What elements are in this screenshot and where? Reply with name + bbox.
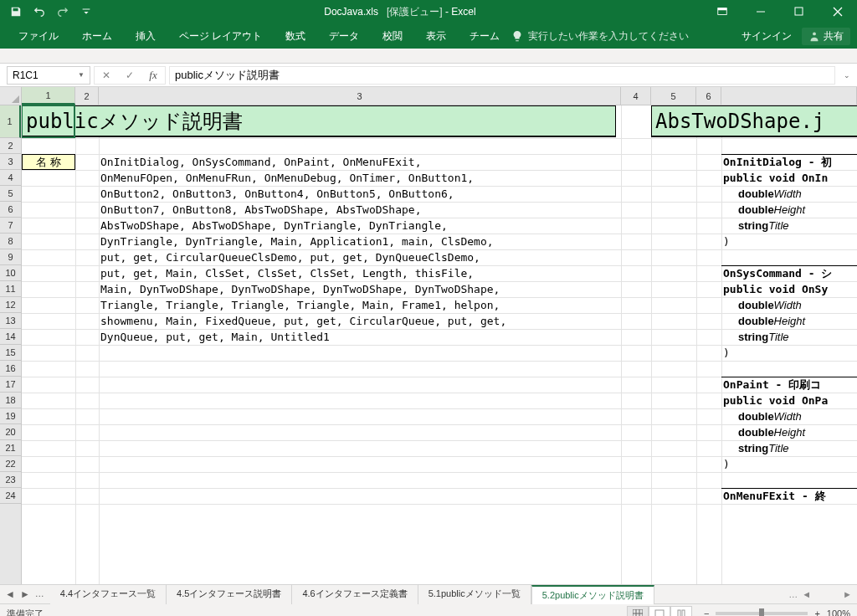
zoom-in-button[interactable]: +: [814, 608, 819, 616]
select-all-button[interactable]: [0, 87, 21, 105]
row-header[interactable]: 12: [0, 297, 21, 313]
cancel-formula-button[interactable]: ✕: [95, 69, 118, 81]
method-header-cell[interactable]: OnInitDialog - 初: [721, 154, 857, 170]
row-header[interactable]: 19: [0, 408, 21, 424]
row-header[interactable]: 1: [0, 105, 21, 138]
row-header[interactable]: 13: [0, 313, 21, 329]
column-header[interactable]: 6: [696, 87, 721, 105]
method-list-cell[interactable]: OnInitDialog, OnSysCommand, OnPaint, OnM…: [99, 154, 634, 170]
method-signature-cell[interactable]: public void OnIn: [721, 170, 857, 186]
row-header[interactable]: 6: [0, 202, 21, 218]
column-header[interactable]: 5: [651, 87, 696, 105]
method-list-cell[interactable]: DynTriangle, DynTriangle, Main, Applicat…: [99, 234, 634, 249]
row-header[interactable]: 10: [0, 265, 21, 281]
tab-insert[interactable]: 挿入: [124, 23, 167, 49]
method-list-cell[interactable]: showmenu, Main, FixedQueue, put, get, Ci…: [99, 313, 634, 329]
row-header[interactable]: 4: [0, 170, 21, 186]
signin-link[interactable]: サインイン: [742, 29, 792, 44]
row-header[interactable]: 23: [0, 472, 21, 488]
method-list-cell[interactable]: OnButton7, OnButton8, AbsTwoDShape, AbsT…: [99, 202, 634, 218]
method-signature-cell[interactable]: public void OnSy: [721, 281, 857, 297]
zoom-thumb[interactable]: [759, 608, 764, 616]
method-param-cell[interactable]: string Title: [721, 440, 857, 456]
maximize-button[interactable]: [780, 0, 819, 23]
tab-team[interactable]: チーム: [458, 23, 511, 49]
name-box[interactable]: R1C1 ▼: [7, 66, 90, 85]
tab-data[interactable]: データ: [317, 23, 371, 49]
undo-button[interactable]: [28, 1, 50, 23]
method-header-cell[interactable]: OnMenuFExit - 終: [721, 488, 857, 504]
cells-area[interactable]: 123456 publicメソッド説明書 AbsTwoDShape.j 名 称 …: [22, 87, 857, 584]
page-break-view-button[interactable]: [670, 606, 692, 616]
method-list-cell[interactable]: put, get, CircularQueueClsDemo, put, get…: [99, 249, 634, 265]
sheet-more-button[interactable]: …: [35, 588, 45, 600]
row-header[interactable]: 14: [0, 329, 21, 345]
zoom-slider[interactable]: [716, 612, 808, 615]
column-header[interactable]: 3: [99, 87, 621, 105]
row-header[interactable]: 22: [0, 456, 21, 472]
expand-formula-button[interactable]: ⌄: [840, 71, 854, 80]
sheet-tab[interactable]: 4.6インタフェース定義書: [292, 585, 418, 604]
method-close-cell[interactable]: ): [721, 345, 857, 361]
page-layout-view-button[interactable]: [649, 606, 670, 616]
row-header[interactable]: 7: [0, 218, 21, 234]
method-close-cell[interactable]: ): [721, 456, 857, 472]
hscroll-right-button[interactable]: ►: [843, 589, 852, 599]
zoom-out-button[interactable]: −: [704, 608, 709, 616]
row-header[interactable]: 17: [0, 377, 21, 393]
row-header[interactable]: 3: [0, 154, 21, 170]
sheet-prev-button[interactable]: ◄: [5, 588, 15, 600]
doc-title-cell[interactable]: publicメソッド説明書: [22, 105, 616, 137]
class-title-cell[interactable]: AbsTwoDShape.j: [651, 105, 857, 137]
share-button[interactable]: 共有: [802, 28, 850, 45]
tab-file[interactable]: ファイル: [7, 23, 70, 49]
tab-home[interactable]: ホーム: [70, 23, 124, 49]
column-header[interactable]: 2: [75, 87, 99, 105]
tab-page-layout[interactable]: ページ レイアウト: [167, 23, 274, 49]
sheet-tab[interactable]: 5.1publicメソッド一覧: [418, 585, 531, 604]
method-list-cell[interactable]: put, get, Main, ClsSet, ClsSet, ClsSet, …: [99, 265, 634, 281]
method-signature-cell[interactable]: public void OnPa: [721, 393, 857, 408]
method-param-cell[interactable]: double Width: [721, 297, 857, 313]
method-param-cell[interactable]: double Width: [721, 186, 857, 202]
sheet-next-button[interactable]: ►: [20, 588, 30, 600]
sheet-tab[interactable]: 4.4インタフェース一覧: [50, 585, 167, 604]
name-label-cell[interactable]: 名 称: [22, 154, 75, 170]
redo-button[interactable]: [52, 1, 74, 23]
column-header[interactable]: 1: [22, 87, 75, 105]
ribbon-options-button[interactable]: [703, 0, 742, 23]
hscroll-left-button[interactable]: ◄: [802, 589, 811, 599]
row-header[interactable]: 5: [0, 186, 21, 202]
method-param-cell[interactable]: string Title: [721, 218, 857, 234]
method-list-cell[interactable]: OnMenuFOpen, OnMenuFRun, OnMenuDebug, On…: [99, 170, 634, 186]
method-param-cell[interactable]: double Height: [721, 313, 857, 329]
close-button[interactable]: [819, 0, 857, 23]
row-header[interactable]: 24: [0, 488, 21, 504]
sheet-tab-active[interactable]: 5.2publicメソッド説明書: [531, 585, 654, 604]
row-header[interactable]: 11: [0, 281, 21, 297]
tell-me-box[interactable]: 実行したい作業を入力してください: [511, 29, 689, 44]
method-header-cell[interactable]: OnPaint - 印刷コ: [721, 377, 857, 393]
method-list-cell[interactable]: OnButton2, OnButton3, OnButton4, OnButto…: [99, 186, 634, 202]
method-param-cell[interactable]: double Height: [721, 424, 857, 440]
column-header[interactable]: 4: [621, 87, 651, 105]
method-list-cell[interactable]: AbsTwoDShape, AbsTwoDShape, DynTriangle,…: [99, 218, 634, 234]
method-list-cell[interactable]: Main, DynTwoDShape, DynTwoDShape, DynTwo…: [99, 281, 634, 297]
formula-input[interactable]: publicメソッド説明書: [169, 66, 835, 85]
method-param-cell[interactable]: double Height: [721, 202, 857, 218]
worksheet-grid[interactable]: 123456789101112131415161718192021222324 …: [0, 87, 857, 584]
row-header[interactable]: 16: [0, 361, 21, 377]
enter-formula-button[interactable]: ✓: [118, 69, 141, 81]
method-param-cell[interactable]: double Width: [721, 408, 857, 424]
qat-customize-button[interactable]: [75, 1, 97, 23]
tab-formulas[interactable]: 数式: [274, 23, 317, 49]
sheet-more-right-button[interactable]: …: [788, 589, 798, 599]
method-header-cell[interactable]: OnSysCommand - シ: [721, 265, 857, 281]
row-header[interactable]: 8: [0, 234, 21, 249]
row-header[interactable]: 2: [0, 138, 21, 154]
method-close-cell[interactable]: ): [721, 234, 857, 249]
method-list-cell[interactable]: Triangle, Triangle, Triangle, Triangle, …: [99, 297, 634, 313]
row-header[interactable]: 20: [0, 424, 21, 440]
tab-view[interactable]: 表示: [414, 23, 458, 49]
row-header[interactable]: 15: [0, 345, 21, 361]
